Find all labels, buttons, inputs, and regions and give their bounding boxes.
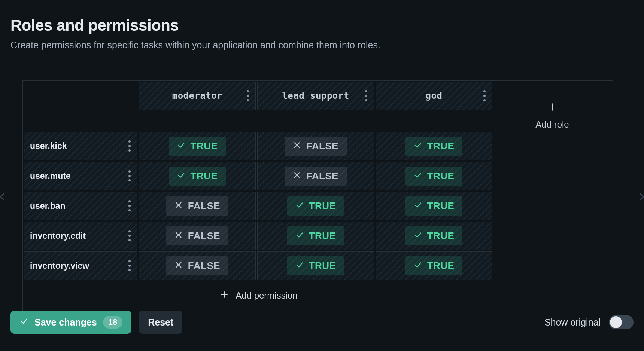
x-icon (174, 260, 183, 272)
permission-chip: FALSE (166, 196, 228, 216)
toggle-knob (610, 316, 622, 328)
permission-chip-label: TRUE (427, 170, 455, 182)
show-original-toggle[interactable] (609, 315, 634, 329)
role-header-label: moderator (172, 91, 223, 101)
add-role-button[interactable]: Add role (494, 82, 611, 130)
check-icon (177, 140, 185, 152)
permission-chip-label: FALSE (306, 140, 338, 152)
save-label: Save changes (34, 317, 97, 328)
permission-chip: TRUE (405, 226, 463, 245)
check-icon (177, 170, 185, 182)
role-menu-icon[interactable] (479, 86, 490, 106)
role-header[interactable]: moderator (139, 82, 256, 110)
permission-value-cell[interactable]: TRUE (376, 192, 492, 220)
permission-chip-label: TRUE (427, 260, 455, 272)
show-original-label: Show original (544, 317, 601, 328)
permission-chip: TRUE (405, 196, 463, 216)
role-header[interactable]: lead support (257, 82, 374, 110)
permission-value-cell[interactable]: TRUE (376, 251, 492, 280)
check-icon (414, 200, 422, 212)
add-role-spacer (493, 251, 611, 281)
permission-value-cell[interactable]: TRUE (257, 222, 374, 250)
permission-chip-label: FALSE (306, 170, 338, 182)
add-role-spacer (493, 221, 611, 251)
permission-chip-label: FALSE (188, 260, 220, 272)
permission-value-cell[interactable]: FALSE (139, 222, 256, 250)
x-icon (293, 140, 301, 152)
save-count-badge: 18 (103, 316, 122, 329)
permission-header-label: user.mute (30, 171, 71, 181)
plus-icon (220, 290, 229, 301)
save-changes-button[interactable]: Save changes 18 (10, 311, 131, 334)
reset-label: Reset (148, 317, 173, 328)
permission-value-cell[interactable]: TRUE (139, 162, 256, 190)
permissions-grid: moderatorlead supportgodAdd roleuser.kic… (22, 80, 613, 311)
permission-value-cell[interactable]: FALSE (139, 251, 256, 280)
grid-corner (24, 82, 137, 110)
permission-menu-icon[interactable] (124, 226, 135, 245)
scroll-right-icon[interactable] (637, 186, 644, 207)
permission-menu-icon[interactable] (124, 136, 135, 156)
permission-chip-label: TRUE (309, 200, 336, 212)
permission-chip: TRUE (405, 167, 463, 186)
add-role-spacer (493, 131, 611, 161)
permission-header-label: inventory.edit (30, 231, 86, 241)
page-title: Roles and permissions (10, 16, 634, 34)
permission-header[interactable]: user.ban (24, 192, 137, 220)
permission-value-cell[interactable]: TRUE (139, 132, 256, 160)
check-icon (414, 230, 422, 242)
permission-value-cell[interactable]: FALSE (257, 132, 374, 160)
permission-menu-icon[interactable] (124, 166, 135, 186)
permission-value-cell[interactable]: FALSE (139, 192, 256, 220)
permission-menu-icon[interactable] (124, 256, 135, 275)
permission-value-cell[interactable]: FALSE (257, 162, 374, 190)
permission-header[interactable]: inventory.view (24, 251, 137, 280)
permission-header[interactable]: inventory.edit (24, 222, 137, 250)
plus-icon (547, 102, 557, 114)
add-role-label: Add role (535, 119, 569, 130)
permission-chip-label: TRUE (309, 260, 336, 272)
role-header-label: god (426, 91, 443, 101)
add-role-spacer (493, 191, 611, 221)
permission-chip: TRUE (169, 137, 226, 156)
permission-menu-icon[interactable] (124, 196, 135, 216)
permission-chip-label: TRUE (427, 200, 455, 212)
permission-chip: FALSE (285, 167, 347, 186)
role-header[interactable]: god (376, 82, 492, 110)
permission-chip-label: TRUE (309, 230, 336, 242)
permission-chip-label: TRUE (191, 170, 218, 182)
permission-value-cell[interactable]: TRUE (257, 251, 374, 280)
permission-header-label: user.ban (30, 201, 66, 211)
permission-chip: FALSE (285, 137, 347, 156)
permission-value-cell[interactable]: TRUE (376, 132, 492, 160)
permission-chip: FALSE (166, 256, 228, 275)
permission-chip: TRUE (287, 256, 344, 275)
permission-chip-label: TRUE (191, 140, 218, 152)
page-subtitle: Create permissions for specific tasks wi… (10, 40, 634, 51)
check-icon (414, 140, 422, 152)
permission-value-cell[interactable]: TRUE (257, 192, 374, 220)
check-icon (414, 260, 422, 272)
add-role-spacer (495, 281, 613, 311)
permission-header[interactable]: user.kick (24, 132, 137, 160)
permission-chip: TRUE (169, 167, 226, 186)
permission-header[interactable]: user.mute (24, 162, 137, 190)
reset-button[interactable]: Reset (139, 311, 182, 334)
permission-chip: TRUE (287, 226, 344, 245)
add-permission-button[interactable]: Add permission (24, 281, 494, 310)
permission-chip: TRUE (287, 196, 344, 216)
role-menu-icon[interactable] (361, 86, 371, 106)
check-icon (19, 317, 28, 328)
permission-value-cell[interactable]: TRUE (376, 222, 492, 250)
x-icon (293, 170, 301, 182)
permission-chip-label: TRUE (427, 140, 455, 152)
permission-chip: TRUE (405, 137, 463, 156)
x-icon (174, 200, 183, 212)
permission-value-cell[interactable]: TRUE (376, 162, 492, 190)
permission-chip-label: FALSE (188, 200, 220, 212)
role-menu-icon[interactable] (243, 86, 253, 106)
check-icon (414, 170, 422, 182)
permission-chip: TRUE (405, 256, 463, 275)
show-original-control: Show original (544, 315, 634, 329)
scroll-left-icon[interactable] (0, 186, 7, 207)
